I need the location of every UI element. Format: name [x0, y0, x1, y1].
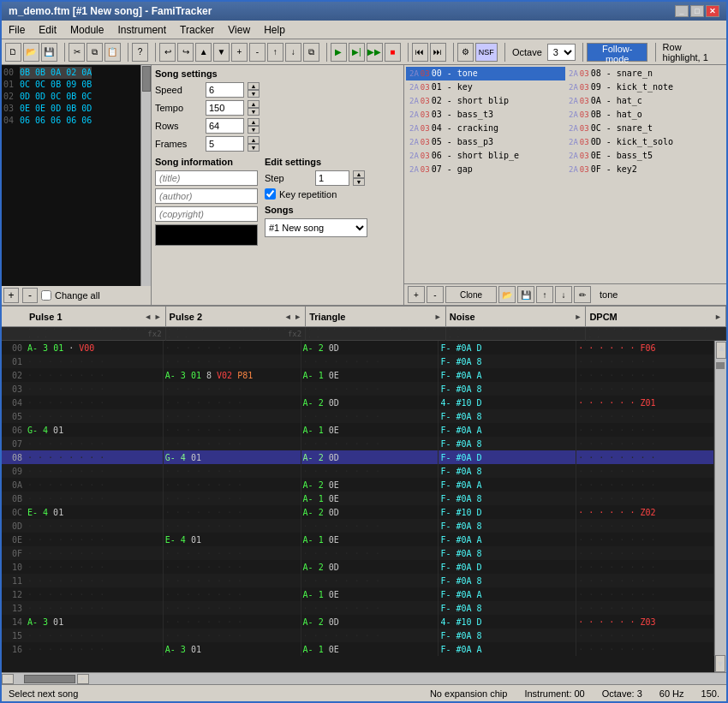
change-all-checkbox[interactable] — [41, 290, 51, 301]
menu-instrument[interactable]: Instrument — [110, 22, 173, 38]
tracker-row[interactable]: 06 G- 4 01 · · · · · · · · A- 1 0E F- #0… — [2, 423, 714, 437]
tracker-vertical-scrollbar[interactable]: ▲ ▼ — [714, 341, 726, 672]
pulse1-arrows[interactable]: ◄ ► — [144, 313, 161, 321]
preview-scrollbar[interactable] — [140, 65, 151, 286]
instrument-item[interactable]: 2A030A - hat_c — [565, 94, 725, 108]
duplicate-button[interactable]: ⧉ — [303, 43, 319, 62]
tracker-row[interactable]: 0F · · · · · · · · · · · · · · · · · · ·… — [2, 546, 714, 560]
rows-down[interactable]: ▼ — [248, 126, 260, 134]
instrument-item[interactable]: 2A0306 - short blip_e — [406, 149, 565, 163]
menu-file[interactable]: File — [2, 22, 32, 38]
instrument-item[interactable]: 2A030C - snare_t — [565, 122, 725, 135]
tracker-horizontal-scrollbar[interactable]: ◄ ► — [2, 672, 726, 684]
remove-song-button[interactable]: - — [22, 288, 38, 303]
instrument-item[interactable]: 2A0309 - kick_t_note — [565, 80, 725, 94]
save-button[interactable]: 💾 — [41, 43, 57, 62]
song-title-input[interactable] — [155, 170, 258, 186]
tracker-row[interactable]: 09 · · · · · · · · · · · · · · · · · · ·… — [2, 464, 714, 478]
speed-up[interactable]: ▲ — [248, 82, 260, 90]
paste-button[interactable]: 📋 — [104, 43, 121, 62]
rows-up[interactable]: ▲ — [248, 118, 260, 126]
menu-help[interactable]: Help — [257, 22, 292, 38]
menu-view[interactable]: View — [221, 22, 257, 38]
menu-module[interactable]: Module — [63, 22, 110, 38]
close-button[interactable]: ✕ — [706, 5, 719, 17]
remove-instrument-button[interactable]: - — [427, 286, 444, 303]
tracker-row[interactable]: 03 · · · · · · · · · · · · · · · · · · ·… — [2, 382, 714, 396]
move-up-button[interactable]: ↑ — [267, 43, 283, 62]
undo-button[interactable]: ↩ — [159, 43, 176, 62]
up-instrument-button[interactable]: ↑ — [536, 286, 553, 303]
tracker-row[interactable]: 08 · · · · · · · · G- 4 01 A- 2 0D F- #0… — [2, 450, 714, 464]
save-instrument-button[interactable]: 💾 — [517, 286, 534, 303]
stop-button[interactable]: ■ — [385, 43, 401, 62]
open-button[interactable]: 📂 — [23, 43, 39, 62]
clone-instrument-button[interactable]: Clone — [445, 286, 497, 303]
octave-select[interactable]: 3124567 — [547, 44, 576, 61]
down-instrument-button[interactable]: ↓ — [555, 286, 572, 303]
copy-button[interactable]: ⧉ — [87, 43, 103, 62]
tracker-row[interactable]: 00 A- 3 01 · V00 · · · · · · · · A- 2 0D… — [2, 341, 714, 354]
tracker-row[interactable]: 05 · · · · · · · · · · · · · · · · · · ·… — [2, 409, 714, 423]
edit-instrument-button[interactable]: ✏ — [574, 286, 591, 303]
tracker-row[interactable]: 0E · · · · · · · · E- 4 01 A- 1 0E F- #0… — [2, 533, 714, 546]
tempo-down[interactable]: ▼ — [248, 108, 260, 116]
tracker-row[interactable]: 0A · · · · · · · · · · · · · · · · A- 2 … — [2, 478, 714, 492]
instrument-item[interactable]: 2A0307 - gap — [406, 163, 565, 176]
redo-button[interactable]: ↪ — [177, 43, 194, 62]
tracker-row[interactable]: 13 · · · · · · · · · · · · · · · · · · ·… — [2, 601, 714, 615]
frames-up[interactable]: ▲ — [248, 136, 260, 144]
instrument-item[interactable]: 2A0300 - tone — [406, 67, 565, 80]
instrument-item[interactable]: 2A0308 - snare_n — [565, 67, 725, 80]
instrument-item[interactable]: 2A0304 - cracking — [406, 122, 565, 135]
tracker-row[interactable]: 14 A- 3 01 · · · · · · · · A- 2 0D 4- #1… — [2, 615, 714, 629]
minimize-button[interactable]: _ — [675, 5, 689, 17]
frames-down[interactable]: ▼ — [248, 144, 260, 152]
tracker-row[interactable]: 04 · · · · · · · · · · · · · · · · A- 2 … — [2, 396, 714, 409]
tracker-row[interactable]: 0C E- 4 01 · · · · · · · · A- 2 0D F- #1… — [2, 505, 714, 519]
maximize-button[interactable]: □ — [690, 5, 704, 17]
remove-frame-button[interactable]: - — [249, 43, 266, 62]
add-instrument-button[interactable]: + — [408, 286, 425, 303]
tracker-row[interactable]: 12 · · · · · · · · · · · · · · · · A- 1 … — [2, 587, 714, 601]
record-button[interactable]: ⏮ — [412, 43, 428, 62]
instrument-item[interactable]: 2A030D - kick_t_solo — [565, 135, 725, 149]
menu-tracker[interactable]: Tracker — [173, 22, 221, 38]
instrument-item[interactable]: 2A0305 - bass_p3 — [406, 135, 565, 149]
play-continue-button[interactable]: ▶▶ — [367, 43, 383, 62]
tracker-row[interactable]: 07 · · · · · · · · · · · · · · · · · · ·… — [2, 437, 714, 450]
new-button[interactable]: 🗋 — [5, 43, 21, 62]
move-down-button[interactable]: ↓ — [285, 43, 301, 62]
change-all-label[interactable]: Change all — [55, 290, 100, 301]
song-copyright-input[interactable] — [155, 206, 258, 222]
tracker-row[interactable]: 15 · · · · · · · · · · · · · · · · · · ·… — [2, 629, 714, 642]
instrument-item[interactable]: 2A0303 - bass_t3 — [406, 108, 565, 122]
instrument-item[interactable]: 2A0301 - key — [406, 80, 565, 94]
add-frame-button[interactable]: + — [231, 43, 248, 62]
menu-edit[interactable]: Edit — [32, 22, 63, 38]
songs-dropdown[interactable]: #1 New song — [265, 218, 367, 237]
instrument-item[interactable]: 2A030B - hat_o — [565, 108, 725, 122]
tracker-row[interactable]: 16 · · · · · · · · A- 3 01 A- 1 0E F- #0… — [2, 642, 714, 656]
follow-mode-button[interactable]: Follow-mode — [587, 43, 647, 62]
instrument-item[interactable]: 2A030E - bass_t5 — [565, 149, 725, 163]
pulse2-arrows[interactable]: ◄ ► — [284, 313, 301, 321]
step-up[interactable]: ▲ — [353, 170, 365, 178]
vscroll-down[interactable]: ▼ — [715, 655, 725, 672]
tempo-input[interactable] — [206, 100, 244, 116]
hscroll-left[interactable]: ◄ — [2, 674, 14, 684]
add-song-button[interactable]: + — [3, 288, 19, 303]
key-repetition-checkbox[interactable] — [265, 188, 276, 200]
settings-button[interactable]: ⚙ — [457, 43, 474, 62]
nsf-button[interactable]: NSF — [475, 43, 498, 62]
tracker-row[interactable]: 01 · · · · · · · · · · · · · · · · · · ·… — [2, 354, 714, 368]
load-instrument-button[interactable]: 📂 — [498, 286, 516, 303]
vscroll-thumb[interactable] — [716, 362, 725, 369]
speed-down[interactable]: ▼ — [248, 90, 260, 98]
instrument-item[interactable]: 2A030F - key2 — [565, 163, 725, 176]
cut-button[interactable]: ✂ — [69, 43, 85, 62]
increase-button[interactable]: ▲ — [195, 43, 212, 62]
frames-input[interactable] — [206, 136, 244, 152]
step-input[interactable] — [315, 170, 349, 186]
hscroll-thumb[interactable] — [24, 675, 75, 683]
